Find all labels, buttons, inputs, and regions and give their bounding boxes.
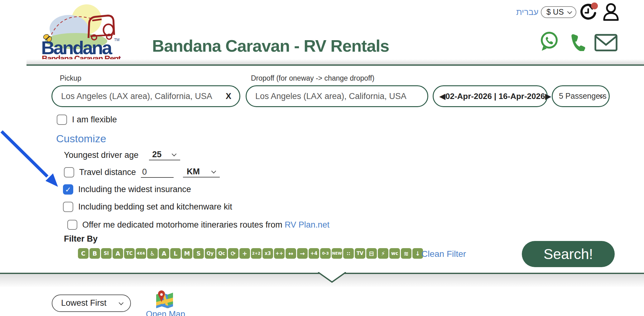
whatsapp-icon[interactable] bbox=[539, 31, 559, 52]
filter-glyph: ↔ bbox=[288, 250, 293, 257]
filter-icons: CBSIATC4X4♿ALMSQyQc⟳+2+2x3++↔→+40-3NEW::… bbox=[78, 248, 423, 259]
filter-bed-icon[interactable]: ⊟ bbox=[366, 248, 377, 259]
filter-class-b-icon[interactable]: B bbox=[89, 248, 100, 259]
filter-class-c-icon[interactable]: C bbox=[78, 248, 89, 259]
rv-plan-link[interactable]: RV Plan.net bbox=[285, 220, 329, 229]
filter-glyph: :: bbox=[347, 251, 350, 256]
next-dates-icon[interactable]: ▶ bbox=[545, 92, 551, 101]
filter-one-way-icon[interactable]: → bbox=[297, 248, 308, 259]
filter-age-0-3-icon[interactable]: 0-3 bbox=[320, 248, 331, 259]
previous-dates-icon[interactable]: ◀ bbox=[439, 92, 445, 101]
pickup-input[interactable]: Los Angeles (LAX area), California, USA … bbox=[51, 85, 240, 107]
filter-shower-icon[interactable]: ≋ bbox=[401, 248, 411, 259]
filter-glyph: NEW bbox=[332, 251, 342, 256]
clear-pickup-icon[interactable]: X bbox=[226, 92, 231, 101]
filter-glyph: ⚡ bbox=[381, 250, 385, 257]
insurance-row: ✓ Including the widest insurance bbox=[63, 184, 191, 195]
filter-glyph: ++ bbox=[275, 251, 283, 256]
filter-toilet-icon[interactable]: wc bbox=[389, 248, 400, 259]
filter-glyph: S bbox=[196, 250, 201, 257]
routes-checkbox[interactable] bbox=[67, 220, 77, 230]
distance-unit-select[interactable]: KM bbox=[183, 166, 220, 177]
flexible-checkbox[interactable] bbox=[57, 115, 67, 125]
bandana-rv-rentals-page: Bandana TM Bandana Caravan Rent Bandana … bbox=[0, 0, 644, 316]
filter-360-rotation-icon[interactable]: ⟳ bbox=[228, 248, 238, 259]
filter-power-icon[interactable]: ⚡ bbox=[378, 248, 388, 259]
filter-tv-icon[interactable]: TV bbox=[355, 248, 365, 259]
filter-small-rv-icon[interactable]: S bbox=[193, 248, 204, 259]
driver-age-row: Youngest driver age 25 bbox=[64, 149, 180, 161]
filter-sleeps-x3-icon[interactable]: x3 bbox=[262, 248, 273, 259]
filter-truck-camper-icon[interactable]: TC bbox=[124, 248, 135, 259]
insurance-label: Including the widest insurance bbox=[78, 185, 191, 194]
filter-glyph: TC bbox=[126, 251, 132, 256]
driver-age-select[interactable]: 25 bbox=[149, 149, 180, 160]
travel-distance-label: Travel distance bbox=[79, 167, 136, 177]
filter-glyph: TV bbox=[357, 251, 363, 256]
passengers-select[interactable]: 5 Passengers bbox=[552, 85, 610, 107]
search-button[interactable]: Search! bbox=[522, 241, 615, 267]
filter-glyph: SI bbox=[104, 251, 109, 256]
bedding-label: Including bedding set and kitchenware ki… bbox=[78, 202, 232, 212]
filter-automatic-transmission-icon[interactable]: A bbox=[159, 248, 169, 259]
filter-quality-c-icon[interactable]: Qc bbox=[216, 248, 227, 259]
map-icon[interactable] bbox=[155, 290, 174, 309]
email-icon[interactable] bbox=[594, 34, 618, 52]
notification-dot bbox=[591, 2, 598, 9]
history-icon[interactable] bbox=[579, 2, 599, 22]
filter-vehicle-length-icon[interactable]: ↔ bbox=[286, 248, 296, 259]
currency-select[interactable]: $ US bbox=[541, 6, 576, 18]
bandana-logo[interactable]: Bandana TM Bandana Caravan Rent bbox=[39, 1, 123, 63]
pickup-value: Los Angeles (LAX area), California, USA bbox=[61, 92, 212, 101]
customize-link[interactable]: Customize bbox=[56, 133, 106, 145]
distance-unit-select-wrap: KM bbox=[183, 166, 220, 178]
insurance-checkbox[interactable]: ✓ bbox=[63, 184, 73, 195]
bedding-checkbox[interactable] bbox=[63, 202, 73, 212]
filter-sleeps-2plus2-icon[interactable]: 2+2 bbox=[251, 248, 262, 259]
dropoff-value: Los Angeles (LAX area), California, USA bbox=[255, 92, 406, 101]
date-range-picker[interactable]: ◀ 02-Apr-2026 | 16-Apr-2026 ▶ bbox=[433, 85, 548, 107]
flexible-row: I am flexible bbox=[57, 115, 117, 125]
filter-pets-allowed-icon[interactable]: :: bbox=[343, 248, 354, 259]
filter-glyph: M bbox=[184, 250, 190, 257]
dropoff-label: Dropoff (for oneway -> change dropoff) bbox=[251, 74, 374, 83]
filter-glyph: x3 bbox=[265, 251, 271, 256]
language-link-hebrew[interactable]: עברית bbox=[516, 7, 538, 17]
account-icon[interactable] bbox=[601, 2, 621, 22]
filter-class-a-icon[interactable]: A bbox=[113, 248, 123, 259]
filter-glyph: → bbox=[300, 250, 305, 257]
filter-class-si-icon[interactable]: SI bbox=[101, 248, 112, 259]
sort-select[interactable]: Lowest First bbox=[52, 295, 131, 312]
filter-glyph: +4 bbox=[310, 251, 317, 256]
pickup-label: Pickup bbox=[60, 74, 81, 83]
filter-large-rv-icon[interactable]: L bbox=[170, 248, 181, 259]
phone-icon[interactable] bbox=[569, 32, 587, 51]
dropoff-input[interactable]: Los Angeles (LAX area), California, USA bbox=[246, 85, 428, 107]
routes-label-text: Offer me dedicated motorhome itineraries… bbox=[82, 220, 282, 229]
open-map-link[interactable]: Open Map bbox=[146, 309, 185, 316]
logo-tm: TM bbox=[114, 38, 119, 42]
filter-quality-y-icon[interactable]: Qy bbox=[205, 248, 215, 259]
filter-glyph: wc bbox=[391, 251, 398, 256]
filter-glyph: ↓ bbox=[415, 250, 420, 257]
travel-distance-checkbox[interactable] bbox=[64, 167, 74, 177]
driver-age-select-wrap: 25 bbox=[149, 149, 180, 161]
header-divider bbox=[26, 59, 644, 66]
filter-glyph: B bbox=[93, 250, 97, 257]
clean-filter-link[interactable]: Clean Filter bbox=[421, 249, 466, 259]
filter-wheelchair-accessible-icon[interactable]: ♿ bbox=[147, 248, 158, 259]
travel-distance-row: Travel distance KM bbox=[64, 166, 220, 178]
filter-4x4-icon[interactable]: 4X4 bbox=[136, 248, 146, 259]
filter-new-vehicle-icon[interactable]: NEW bbox=[332, 248, 342, 259]
date-range-value: 02-Apr-2026 | 16-Apr-2026 bbox=[445, 92, 545, 101]
filter-glyph: 0-3 bbox=[322, 251, 329, 256]
routes-row: Offer me dedicated motorhome itineraries… bbox=[67, 220, 329, 230]
filter-glyph: + bbox=[242, 250, 247, 257]
filter-driver-plus-icon[interactable]: + bbox=[239, 248, 250, 259]
divider-notch bbox=[318, 272, 346, 283]
filter-medium-rv-icon[interactable]: M bbox=[182, 248, 192, 259]
sort-select-wrap: Lowest First bbox=[52, 295, 131, 312]
travel-distance-input[interactable] bbox=[141, 167, 174, 178]
filter-plus-4-seats-icon[interactable]: +4 bbox=[309, 248, 319, 259]
filter-family-plus-icon[interactable]: ++ bbox=[274, 248, 285, 259]
